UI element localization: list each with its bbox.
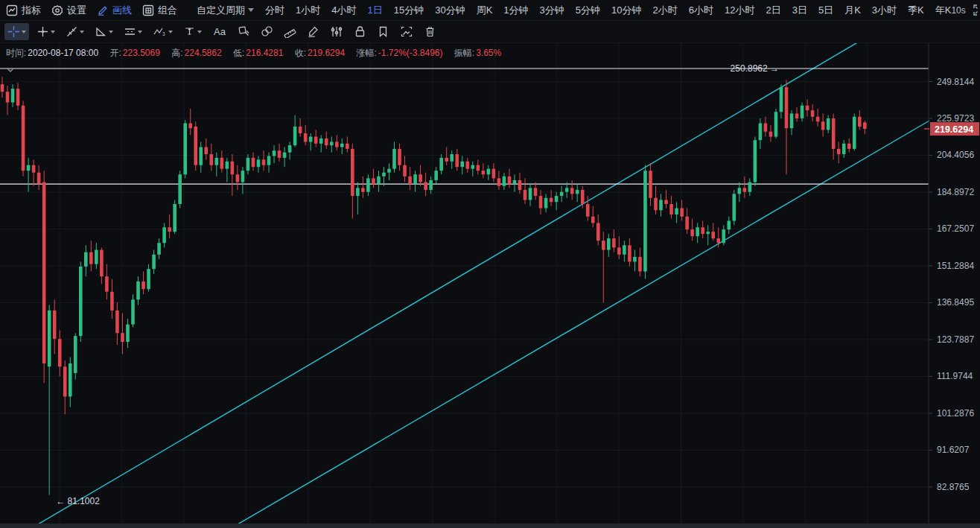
custom-period-label: 自定义周期 <box>197 4 245 17</box>
timeframe-5分钟[interactable]: 5分钟 <box>576 4 600 17</box>
shape-tool[interactable] <box>92 23 116 40</box>
timeframe-5日[interactable]: 5日 <box>818 4 833 17</box>
candle-body <box>690 229 694 236</box>
bookmark-tool[interactable] <box>374 23 392 40</box>
candle-body <box>257 159 261 167</box>
screenshot-tool[interactable] <box>397 23 416 40</box>
high-price-annotation: 250.8962 → <box>731 63 779 74</box>
measure-tool[interactable] <box>180 23 205 40</box>
trend-channel-line-2[interactable] <box>216 121 929 524</box>
candle-body <box>11 89 15 102</box>
custom-period-dropdown[interactable]: 自定义周期 <box>197 4 254 17</box>
candle-body <box>188 124 192 129</box>
timeframe-items: 分时1小时4小时1日15分钟30分钟周K1分钟3分钟5分钟10分钟2小时6小时1… <box>265 4 951 17</box>
candle-body <box>513 180 517 184</box>
crosshair-tool[interactable] <box>4 23 29 40</box>
timeframe-1日[interactable]: 1日 <box>367 4 382 17</box>
trading-app: 指标设置画线组合 自定义周期 分时1小时4小时1日15分钟30分钟周K1分钟3分… <box>0 0 980 528</box>
menu-item-指标[interactable]: 指标 <box>6 4 41 17</box>
close-value: 219.6294 <box>308 48 345 58</box>
candle-body <box>309 137 313 142</box>
candle-body <box>325 139 328 145</box>
candle-body <box>162 227 166 243</box>
timeframe-30分钟[interactable]: 30分钟 <box>435 4 465 17</box>
candle-body <box>602 241 605 249</box>
open-value: 223.5069 <box>123 48 160 58</box>
chevron-down-icon <box>109 31 113 34</box>
timeframe-年K[interactable]: 年K <box>935 4 952 17</box>
candle-body <box>53 311 57 339</box>
candle-body <box>126 325 130 342</box>
pattern-tool[interactable] <box>235 23 253 40</box>
timeframe-6小时[interactable]: 6小时 <box>689 4 713 17</box>
price-axis-label: 111.9744 <box>937 371 973 381</box>
brush-tool[interactable] <box>304 23 322 40</box>
menu-item-组合[interactable]: 组合 <box>142 4 177 17</box>
candle-body <box>439 158 443 171</box>
timeframe-10分钟[interactable]: 10分钟 <box>611 4 641 17</box>
candle-body <box>659 200 663 210</box>
candle-body <box>471 165 475 169</box>
candle-body <box>210 154 214 165</box>
candle-body <box>643 171 647 271</box>
timeframe-3分钟[interactable]: 3分钟 <box>540 4 564 17</box>
candle-body <box>429 180 433 190</box>
chart-region[interactable]: 时间:2020-08-17 08:00 开:223.5069 高:224.586… <box>0 43 980 528</box>
candle-body <box>754 140 757 182</box>
candle-body <box>335 141 339 147</box>
candle-body <box>596 223 600 241</box>
candle-body <box>487 169 491 175</box>
cross-line-tool[interactable] <box>34 23 58 40</box>
candle-body <box>816 117 820 122</box>
menu-item-label: 指标 <box>22 4 41 17</box>
candle-body <box>696 227 699 236</box>
timeframe-3日[interactable]: 3日 <box>792 4 807 17</box>
timeframe-1小时[interactable]: 1小时 <box>296 4 320 17</box>
candle-body <box>319 139 323 144</box>
timeframe-1分钟[interactable]: 1分钟 <box>503 4 528 17</box>
trend-line-tool[interactable] <box>63 23 87 40</box>
candle-body <box>460 162 464 167</box>
candle-body <box>58 339 62 366</box>
candle-body <box>252 158 255 167</box>
ruler-tool[interactable] <box>281 23 299 40</box>
delete-tool[interactable] <box>421 23 439 40</box>
timeframe-15分钟[interactable]: 15分钟 <box>394 4 424 17</box>
candle-body <box>774 112 778 136</box>
candle-body <box>508 176 512 184</box>
candlestick-chart-canvas[interactable]: 250.8962 →← 81.1002249.8144225.9723204.4… <box>0 43 980 524</box>
candle-body <box>413 174 417 184</box>
candle-body <box>387 169 391 173</box>
parallel-lines-tool[interactable] <box>121 23 145 40</box>
link-tool[interactable] <box>258 23 276 40</box>
high-label: 高: <box>171 48 182 58</box>
text-tool[interactable]: Aa <box>209 23 230 40</box>
timeframe-周K[interactable]: 周K <box>477 4 493 17</box>
candle-body <box>168 227 171 232</box>
low-price-annotation: ← 81.1002 <box>56 496 100 506</box>
timeframe-2日[interactable]: 2日 <box>766 4 780 17</box>
timeframe-月K[interactable]: 月K <box>844 4 861 17</box>
timeframe-3小时[interactable]: 3小时 <box>872 4 897 17</box>
candle-body <box>633 257 637 261</box>
candle-body <box>340 144 344 147</box>
timeframe-分时[interactable]: 分时 <box>265 4 284 17</box>
candle-body <box>539 196 543 208</box>
svg-text:Aa: Aa <box>214 26 226 37</box>
timeframe-4小时[interactable]: 4小时 <box>331 4 356 17</box>
candle-body <box>544 198 548 209</box>
menu-item-画线[interactable]: 画线 <box>97 4 132 17</box>
collapse-ohlc-chevron-icon[interactable] <box>6 63 15 76</box>
timeframe-12小时[interactable]: 12小时 <box>725 4 754 17</box>
timeframe-季K[interactable]: 季K <box>908 4 924 17</box>
volume-profile-tool[interactable] <box>327 23 346 40</box>
menu-item-设置[interactable]: 设置 <box>51 4 86 17</box>
fullscreen-icon[interactable] <box>973 4 980 16</box>
wave-tool[interactable]: 3 <box>150 23 176 40</box>
candle-body <box>524 190 527 200</box>
candle-body <box>121 333 124 342</box>
trend-channel-line-1[interactable] <box>0 43 864 524</box>
lock-tool[interactable] <box>351 23 369 40</box>
timeframe-2小时[interactable]: 2小时 <box>652 4 677 17</box>
candle-body <box>759 124 763 141</box>
